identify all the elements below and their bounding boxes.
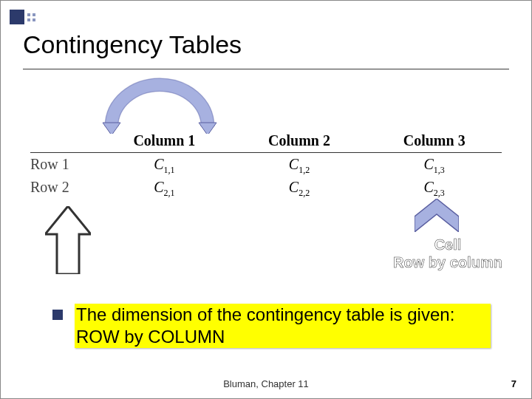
curved-arrow-icon	[97, 75, 222, 134]
page-title: Contingency Tables	[23, 30, 242, 59]
chevron-up-icon	[415, 199, 459, 232]
cell-2-2: C2,2	[232, 179, 367, 199]
accent-decoration	[10, 10, 35, 24]
row-label-1: Row 1	[30, 156, 97, 176]
page-number: 7	[511, 378, 516, 389]
contingency-table: Column 1 Column 2 Column 3 Row 1 C1,1 C1…	[30, 132, 502, 199]
cell-2-1: C2,1	[97, 179, 232, 199]
cell-2-3: C2,3	[366, 179, 502, 199]
table-body: Row 1 C1,1 C1,2 C1,3 Row 2 C2,1 C2,2 C2,…	[30, 153, 502, 199]
accent-square-icon	[10, 10, 24, 24]
bullet-square-icon	[52, 310, 63, 320]
cell-annotation: Cell Row by column	[378, 236, 518, 271]
up-arrow-icon	[45, 206, 91, 274]
svg-marker-2	[45, 206, 91, 274]
col-header-3: Column 3	[366, 132, 502, 149]
title-rule	[23, 69, 509, 69]
svg-marker-3	[415, 199, 459, 232]
table-row: Row 2 C2,1 C2,2 C2,3	[30, 176, 502, 199]
bullet-text: The dimension of the contingency table i…	[75, 304, 491, 348]
cell-1-3: C1,3	[366, 156, 502, 176]
cell-1-1: C1,1	[97, 156, 232, 176]
cell-annotation-line1: Cell	[378, 236, 518, 253]
slide: Contingency Tables Column 1 Column 2 Col…	[0, 0, 532, 399]
table-header-row: Column 1 Column 2 Column 3	[30, 132, 502, 153]
accent-dots-icon	[27, 13, 35, 21]
col-header-2: Column 2	[232, 132, 367, 149]
footer-center: Bluman, Chapter 11	[1, 378, 531, 389]
col-header-1: Column 1	[97, 132, 232, 149]
bullet-item: The dimension of the contingency table i…	[52, 304, 491, 348]
table-row: Row 1 C1,1 C1,2 C1,3	[30, 153, 502, 176]
cell-1-2: C1,2	[232, 156, 367, 176]
cell-annotation-line2: Row by column	[378, 253, 518, 271]
row-label-2: Row 2	[30, 179, 97, 199]
